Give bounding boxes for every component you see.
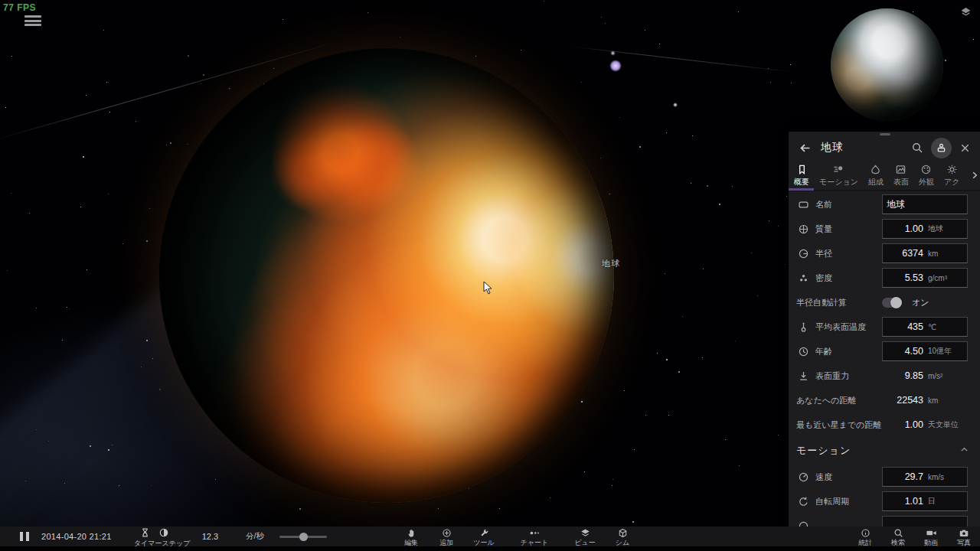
- age-input[interactable]: 4.5010億年: [882, 341, 968, 361]
- tab-appearance[interactable]: 外観: [919, 163, 934, 190]
- nearest-star-distance-value: 1.00天文単位: [882, 415, 968, 435]
- overview-fields: 名前 地球 質量 1.00地球 半径 6374km: [789, 192, 980, 527]
- field-velocity: 速度 29.7km/s: [789, 465, 980, 489]
- temperature-input[interactable]: 435℃: [882, 317, 968, 337]
- search-icon[interactable]: [908, 139, 926, 157]
- tab-overview[interactable]: 概要: [794, 163, 809, 190]
- purple-star-glow: [609, 60, 622, 72]
- add-button[interactable]: 追加: [435, 527, 458, 548]
- earth-preview-globe[interactable]: [831, 8, 943, 121]
- search-icon: [893, 528, 903, 538]
- tab-motion[interactable]: モーション: [819, 163, 858, 190]
- view-button[interactable]: ビュー: [571, 527, 599, 548]
- universe-sandbox-window: 地球 77 FPS 地球: [0, 0, 980, 551]
- camera-lock-button[interactable]: [931, 138, 952, 158]
- planet-earth-burning[interactable]: [159, 48, 614, 503]
- panel-drag-handle[interactable]: [880, 133, 890, 135]
- field-clipped: [789, 514, 980, 527]
- field-auto-radius: 半径自動計算 オン: [789, 290, 980, 315]
- rotation-period-input[interactable]: 1.01日: [882, 491, 968, 511]
- photo-camera-icon: [959, 528, 969, 538]
- radius-input[interactable]: 6374km: [882, 243, 968, 263]
- timer-step-group: タイマーステップ: [135, 527, 188, 546]
- properties-panel: 地球 概要 モーション 組成: [789, 132, 980, 527]
- tools-button[interactable]: ツール: [470, 527, 498, 548]
- back-button[interactable]: [795, 138, 815, 158]
- plus-circle-icon: [442, 528, 452, 538]
- panel-tabs: 概要 モーション 組成 表面 外観 アク: [789, 161, 980, 190]
- tab-composition[interactable]: 組成: [868, 163, 884, 190]
- utility-buttons: 統計 検索 動画 写真: [854, 527, 975, 548]
- toggle-state-label: オン: [912, 297, 929, 308]
- cube-icon: [618, 528, 628, 538]
- chart-dots-icon: [528, 528, 541, 538]
- field-nearest-star-distance: 最も近い星までの距離 1.00天文単位: [789, 412, 980, 437]
- fps-counter: 77 FPS: [3, 2, 36, 13]
- mouse-cursor: [482, 281, 495, 295]
- sim-datetime[interactable]: 2014-04-20 21:21: [41, 532, 112, 541]
- tag-icon: [796, 199, 810, 210]
- sim-button[interactable]: シム: [611, 527, 634, 548]
- gravity-icon: [796, 370, 810, 382]
- video-camera-icon: [926, 528, 937, 538]
- time-rate-slider[interactable]: [279, 536, 327, 538]
- field-surface-gravity: 表面重力 9.85m/s²: [789, 364, 980, 388]
- tabs-overflow-chevron-icon[interactable]: [970, 170, 979, 184]
- tabs-divider: [789, 190, 980, 191]
- photo-button[interactable]: 写真: [952, 527, 975, 548]
- surface-gravity-value: 9.85m/s²: [882, 366, 968, 386]
- thermometer-icon: [796, 321, 810, 333]
- bottom-toolbar: 2014-04-20 21:21 タイマーステップ 12.3 分/秒 編集 追加: [0, 527, 980, 546]
- tab-surface[interactable]: 表面: [893, 163, 909, 190]
- planet-label[interactable]: 地球: [602, 258, 620, 269]
- motion-section-header[interactable]: モーション: [789, 437, 980, 465]
- field-radius: 半径 6374km: [789, 241, 980, 266]
- distance-to-you-value: 22543km: [882, 390, 968, 410]
- name-input[interactable]: 地球: [882, 194, 968, 214]
- hand-icon: [407, 528, 416, 538]
- field-name: 名前 地球: [789, 192, 980, 217]
- field-mass: 質量 1.00地球: [789, 217, 980, 241]
- main-tool-buttons: 編集 追加 ツール チャート ビュー シム: [400, 527, 634, 548]
- close-icon[interactable]: [956, 139, 974, 157]
- mass-input[interactable]: 1.00地球: [882, 219, 968, 239]
- time-controls: 2014-04-20 21:21 タイマーステップ 12.3 分/秒: [0, 527, 327, 546]
- menu-hamburger-icon[interactable]: [24, 15, 41, 26]
- purple-star-glow: [610, 51, 616, 56]
- field-age: 年齢 4.5010億年: [789, 339, 980, 364]
- orbit-icon: [796, 520, 810, 527]
- chart-button[interactable]: チャート: [521, 527, 548, 548]
- edit-button[interactable]: 編集: [400, 527, 423, 548]
- wrench-icon: [479, 528, 489, 538]
- chevron-up-icon: [959, 444, 969, 458]
- pause-button[interactable]: [20, 532, 29, 541]
- layers-icon[interactable]: [960, 6, 972, 21]
- search-button[interactable]: 検索: [887, 527, 910, 548]
- velocity-input[interactable]: 29.7km/s: [882, 467, 968, 487]
- field-rotation-period: 自転周期 1.01日: [789, 489, 980, 514]
- speed-gauge-icon: [796, 471, 810, 483]
- density-input[interactable]: 5.53g/cm³: [882, 268, 968, 288]
- rotation-icon: [796, 496, 810, 507]
- mass-sphere-icon: [796, 223, 810, 235]
- clock-icon: [796, 346, 810, 357]
- radius-icon: [796, 248, 810, 259]
- tab-actions[interactable]: アク: [944, 163, 959, 190]
- slider-handle[interactable]: [299, 533, 308, 541]
- letterbox-strip: [0, 546, 980, 551]
- field-temperature: 平均表面温度 435℃: [789, 315, 980, 339]
- field-distance-to-you: あなたへの距離 22543km: [789, 388, 980, 412]
- density-dots-icon: [796, 272, 810, 284]
- timer-step-value[interactable]: 12.3: [202, 532, 218, 541]
- layers-icon: [580, 528, 590, 538]
- orbit-line: [568, 46, 796, 73]
- auto-radius-toggle[interactable]: [882, 298, 902, 308]
- panel-title: 地球: [821, 141, 905, 155]
- field-density: 密度 5.53g/cm³: [789, 266, 980, 290]
- video-button[interactable]: 動画: [920, 527, 942, 548]
- rate-unit-label: 分/秒: [246, 531, 264, 542]
- stats-button[interactable]: 統計: [854, 527, 877, 548]
- bright-star: [673, 103, 678, 107]
- clipped-input[interactable]: [882, 516, 968, 527]
- panel-header: 地球: [789, 132, 980, 161]
